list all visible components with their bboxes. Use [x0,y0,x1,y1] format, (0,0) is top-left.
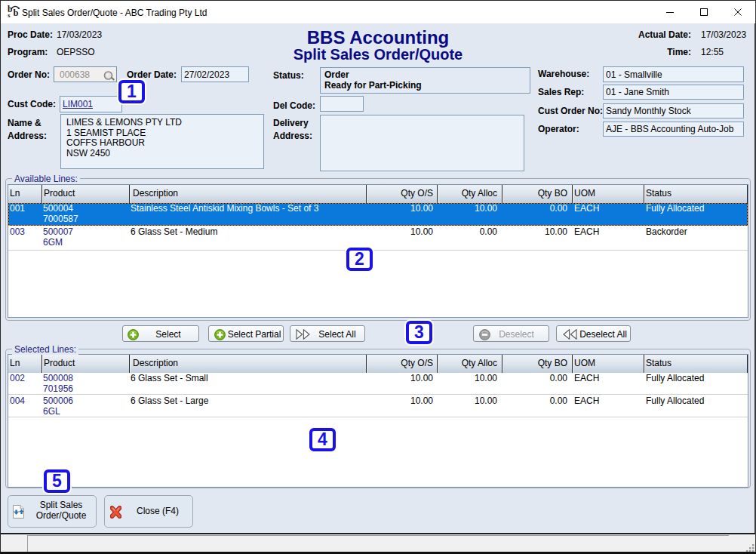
svg-text:b: b [14,8,19,18]
